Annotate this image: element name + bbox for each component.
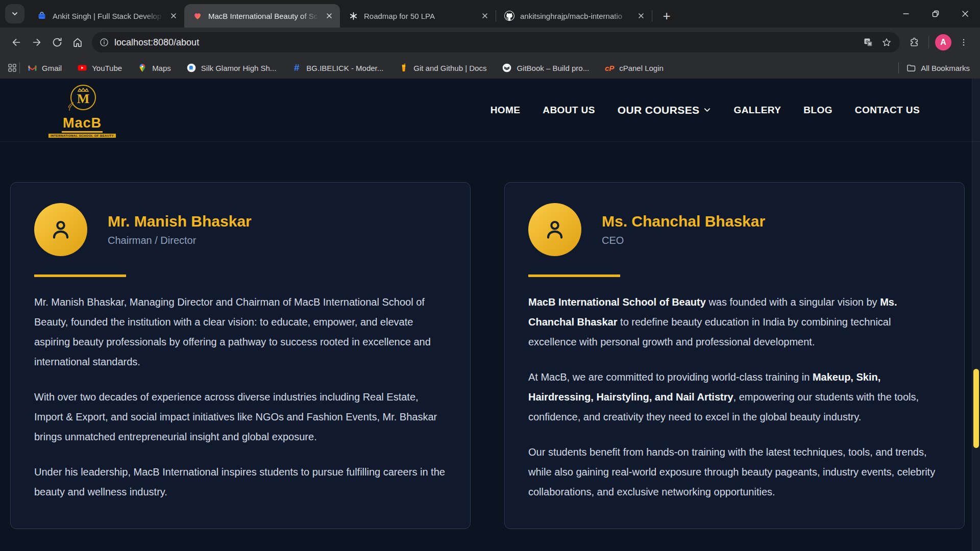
page-scrollbar[interactable] <box>972 79 980 551</box>
close-icon[interactable] <box>167 9 180 22</box>
bio-paragraph: At MacB, we are committed to providing w… <box>528 367 941 427</box>
site-info-icon[interactable] <box>99 37 109 47</box>
avatar <box>528 203 581 256</box>
tab-search-button[interactable] <box>5 4 24 23</box>
nav-gallery[interactable]: GALLERY <box>733 105 781 116</box>
bio-text: MacB International School of Beauty was … <box>528 292 941 502</box>
card-chanchal-bhaskar: Ms. Chanchal Bhaskar CEO MacB Internatio… <box>504 182 965 529</box>
tab-title: MacB International Beauty of Sc <box>208 12 323 20</box>
bookmark-label: GitBook – Build pro... <box>517 64 589 72</box>
tooth-icon <box>186 63 197 73</box>
avatar <box>34 203 87 256</box>
bio-paragraph: MacB International School of Beauty was … <box>528 292 941 352</box>
forward-button[interactable] <box>27 32 47 53</box>
person-icon <box>47 216 74 243</box>
reload-button[interactable] <box>47 32 67 53</box>
glass-icon <box>399 63 409 73</box>
bio-text: Mr. Manish Bhaskar, Managing Director an… <box>34 292 447 502</box>
tab-macb-active[interactable]: MacB International Beauty of Sc <box>184 4 340 28</box>
close-window-button[interactable] <box>950 0 980 28</box>
gold-divider <box>528 274 620 277</box>
tab-github-repo[interactable]: ankitsinghrajp/macb-internatio <box>496 4 652 28</box>
tab-roadmap[interactable]: Roadmap for 50 LPA <box>340 4 496 28</box>
person-title: Chairman / Director <box>108 235 252 246</box>
main-nav: HOME ABOUT US OUR COURSES GALLERY BLOG C… <box>491 104 920 116</box>
profile-header: Ms. Chanchal Bhaskar CEO <box>528 203 941 256</box>
bookmark-youtube[interactable]: YouTube <box>77 63 122 73</box>
bookmark-label: cPanel Login <box>619 64 664 72</box>
nav-home[interactable]: HOME <box>491 105 521 116</box>
nav-about-us[interactable]: ABOUT US <box>543 105 595 116</box>
gitbook-icon <box>502 63 512 73</box>
bio-paragraph: Under his leadership, MacB International… <box>34 462 447 502</box>
extensions-icon[interactable] <box>904 32 924 53</box>
close-icon[interactable] <box>323 9 336 22</box>
person-name: Mr. Manish Bhaskar <box>108 213 252 230</box>
bookmark-label: Silk Glamor High Sh... <box>201 64 277 72</box>
logo-emblem-icon: M <box>65 82 99 116</box>
toolbar-separator <box>928 36 929 48</box>
bio-paragraph: With over two decades of experience acro… <box>34 387 447 447</box>
avatar: A <box>935 34 951 51</box>
gmail-icon <box>27 63 37 73</box>
person-icon <box>542 216 568 243</box>
back-button[interactable] <box>6 32 27 53</box>
site-header: M MacB INTERNATIONAL SCHOOL OF BEAUTY HO… <box>0 79 980 142</box>
profile-header: Mr. Manish Bhaskar Chairman / Director <box>34 203 447 256</box>
bio-paragraph: Our students benefit from hands-on train… <box>528 442 941 502</box>
bookmark-gmail[interactable]: Gmail <box>27 63 62 73</box>
tab-title: Roadmap for 50 LPA <box>364 12 478 20</box>
nav-our-courses[interactable]: OUR COURSES <box>618 104 712 116</box>
logo-banner: INTERNATIONAL SCHOOL OF BEAUTY <box>48 134 116 138</box>
svg-text:M: M <box>77 91 90 106</box>
maps-pin-icon <box>137 63 148 73</box>
nav-contact-us[interactable]: CONTACT US <box>855 105 920 116</box>
bookmark-label: BG.IBELICK - Moder... <box>306 64 383 72</box>
person-title: CEO <box>602 235 765 246</box>
logo-wordmark: MacB <box>62 116 103 132</box>
restore-button[interactable] <box>921 0 950 28</box>
all-bookmarks[interactable]: All Bookmarks <box>896 62 973 73</box>
cpanel-icon: cP <box>604 63 615 73</box>
gradient-heart-icon <box>192 11 203 21</box>
tab-separator <box>652 10 652 21</box>
bookmark-gitbook[interactable]: GitBook – Build pro... <box>502 63 589 73</box>
bookmark-bg-ibelick[interactable]: # BG.IBELICK - Moder... <box>291 63 383 73</box>
minimize-button[interactable] <box>891 0 921 28</box>
menu-icon[interactable] <box>953 32 974 53</box>
tab-title: ankitsinghrajp/macb-internatio <box>520 12 634 20</box>
browser-toolbar: localhost:8080/about G A <box>0 28 980 57</box>
translate-icon[interactable]: G <box>859 33 877 52</box>
bookmark-star-icon[interactable] <box>877 33 896 52</box>
bookmark-label: YouTube <box>92 64 122 72</box>
leadership-cards: Mr. Manish Bhaskar Chairman / Director M… <box>0 142 980 529</box>
close-icon[interactable] <box>634 9 648 22</box>
scrollbar-thumb[interactable] <box>973 369 979 448</box>
address-bar[interactable]: localhost:8080/about G <box>92 32 900 53</box>
window-controls <box>891 0 980 28</box>
apps-grid-icon[interactable] <box>7 63 17 73</box>
profile-avatar[interactable]: A <box>933 32 953 53</box>
bookmark-label: Maps <box>152 64 171 72</box>
nav-blog[interactable]: BLOG <box>803 105 832 116</box>
close-icon[interactable] <box>478 9 492 22</box>
bookmark-label: Git and Github | Docs <box>413 64 486 72</box>
site-logo[interactable]: M MacB INTERNATIONAL SCHOOL OF BEAUTY <box>48 82 116 137</box>
bookmark-label: Gmail <box>42 64 62 72</box>
chevron-down-icon <box>703 106 711 114</box>
bookmark-cpanel[interactable]: cP cPanel Login <box>604 63 664 73</box>
tab-ankit-singh[interactable]: Ankit Singh | Full Stack Develop <box>29 4 184 28</box>
bookmarks-bar: Gmail YouTube Maps Silk Glamor High Sh..… <box>0 57 980 79</box>
home-button[interactable] <box>67 32 88 53</box>
github-icon <box>504 11 514 21</box>
page-viewport: M MacB INTERNATIONAL SCHOOL OF BEAUTY HO… <box>0 79 980 551</box>
chevron-down-icon <box>11 10 19 18</box>
bookmark-maps[interactable]: Maps <box>137 63 171 73</box>
all-bookmarks-label: All Bookmarks <box>921 64 970 72</box>
bookmark-silk-glamor[interactable]: Silk Glamor High Sh... <box>186 63 277 73</box>
bookmark-git-docs[interactable]: Git and Github | Docs <box>399 63 486 73</box>
bookmarks-separator <box>898 62 899 73</box>
hash-icon: # <box>291 63 302 73</box>
new-tab-button[interactable]: + <box>656 6 677 26</box>
briefcase-icon <box>37 11 47 21</box>
